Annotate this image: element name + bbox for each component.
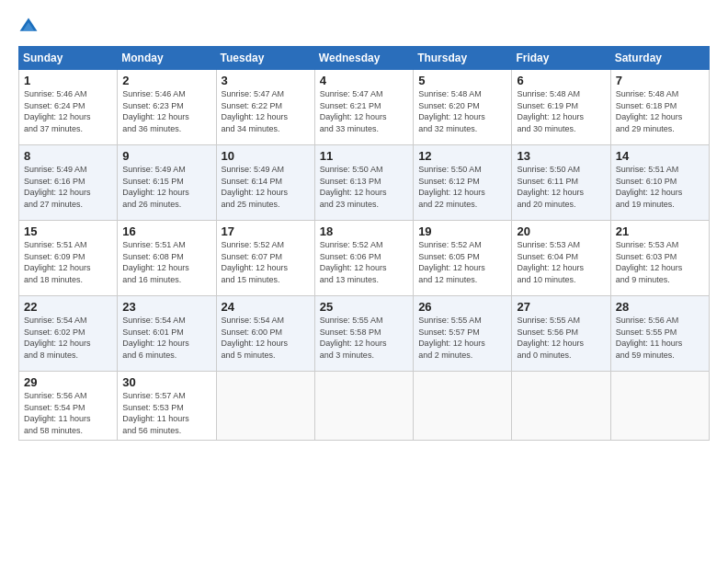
day-info: Sunrise: 5:52 AM Sunset: 6:07 PM Dayligh… (222, 239, 311, 285)
calendar-cell: 11Sunrise: 5:50 AM Sunset: 6:13 PM Dayli… (314, 145, 413, 221)
calendar-cell: 25Sunrise: 5:55 AM Sunset: 5:58 PM Dayli… (314, 296, 413, 372)
calendar-cell: 20Sunrise: 5:53 AM Sunset: 6:04 PM Dayli… (512, 221, 610, 296)
day-number: 9 (122, 149, 211, 163)
calendar-cell: 12Sunrise: 5:50 AM Sunset: 6:12 PM Dayli… (414, 145, 512, 221)
calendar-cell: 29Sunrise: 5:56 AM Sunset: 5:54 PM Dayli… (19, 372, 118, 441)
day-number: 22 (24, 300, 113, 314)
day-info: Sunrise: 5:54 AM Sunset: 6:00 PM Dayligh… (222, 315, 311, 361)
day-number: 7 (616, 74, 705, 87)
calendar-cell: 22Sunrise: 5:54 AM Sunset: 6:02 PM Dayli… (19, 296, 118, 372)
week-row-5: 29Sunrise: 5:56 AM Sunset: 5:54 PM Dayli… (19, 372, 710, 441)
day-number: 18 (320, 224, 409, 238)
week-row-2: 8Sunrise: 5:49 AM Sunset: 6:16 PM Daylig… (19, 145, 710, 221)
day-info: Sunrise: 5:50 AM Sunset: 6:12 PM Dayligh… (418, 164, 507, 210)
day-number: 4 (320, 74, 409, 87)
calendar-cell: 19Sunrise: 5:52 AM Sunset: 6:05 PM Dayli… (414, 221, 512, 296)
day-number: 21 (616, 224, 705, 238)
day-info: Sunrise: 5:47 AM Sunset: 6:21 PM Dayligh… (320, 88, 409, 134)
day-info: Sunrise: 5:52 AM Sunset: 6:06 PM Dayligh… (320, 239, 409, 285)
day-info: Sunrise: 5:52 AM Sunset: 6:05 PM Dayligh… (418, 239, 507, 285)
header-row (18, 17, 710, 37)
day-info: Sunrise: 5:55 AM Sunset: 5:58 PM Dayligh… (320, 315, 409, 361)
weekday-header-friday: Friday (512, 47, 610, 70)
calendar-cell: 4Sunrise: 5:47 AM Sunset: 6:21 PM Daylig… (314, 70, 413, 145)
weekday-header-row: SundayMondayTuesdayWednesdayThursdayFrid… (19, 47, 710, 70)
day-number: 28 (616, 300, 705, 314)
calendar-cell (414, 372, 512, 441)
calendar-cell: 30Sunrise: 5:57 AM Sunset: 5:53 PM Dayli… (118, 372, 216, 441)
day-number: 17 (222, 224, 311, 238)
day-info: Sunrise: 5:55 AM Sunset: 5:57 PM Dayligh… (418, 315, 507, 361)
calendar-cell: 2Sunrise: 5:46 AM Sunset: 6:23 PM Daylig… (118, 70, 216, 145)
calendar-cell: 8Sunrise: 5:49 AM Sunset: 6:16 PM Daylig… (19, 145, 118, 221)
day-number: 26 (418, 300, 507, 314)
day-info: Sunrise: 5:57 AM Sunset: 5:53 PM Dayligh… (122, 390, 211, 436)
day-info: Sunrise: 5:50 AM Sunset: 6:11 PM Dayligh… (517, 164, 606, 210)
day-number: 19 (418, 224, 507, 238)
day-info: Sunrise: 5:46 AM Sunset: 6:24 PM Dayligh… (24, 88, 113, 134)
day-info: Sunrise: 5:53 AM Sunset: 6:03 PM Dayligh… (616, 239, 705, 285)
calendar-cell: 21Sunrise: 5:53 AM Sunset: 6:03 PM Dayli… (610, 221, 709, 296)
calendar-cell: 7Sunrise: 5:48 AM Sunset: 6:18 PM Daylig… (610, 70, 709, 145)
day-number: 10 (222, 149, 311, 163)
calendar-cell: 10Sunrise: 5:49 AM Sunset: 6:14 PM Dayli… (216, 145, 314, 221)
logo (18, 17, 42, 37)
calendar-cell (314, 372, 413, 441)
calendar-body: 1Sunrise: 5:46 AM Sunset: 6:24 PM Daylig… (19, 70, 710, 441)
calendar-cell: 5Sunrise: 5:48 AM Sunset: 6:20 PM Daylig… (414, 70, 512, 145)
calendar-cell: 17Sunrise: 5:52 AM Sunset: 6:07 PM Dayli… (216, 221, 314, 296)
calendar-cell: 23Sunrise: 5:54 AM Sunset: 6:01 PM Dayli… (118, 296, 216, 372)
calendar-cell: 27Sunrise: 5:55 AM Sunset: 5:56 PM Dayli… (512, 296, 610, 372)
day-info: Sunrise: 5:51 AM Sunset: 6:09 PM Dayligh… (24, 239, 113, 285)
weekday-header-sunday: Sunday (19, 47, 118, 70)
weekday-header-thursday: Thursday (414, 47, 512, 70)
day-info: Sunrise: 5:48 AM Sunset: 6:19 PM Dayligh… (517, 88, 606, 134)
calendar-table: SundayMondayTuesdayWednesdayThursdayFrid… (18, 46, 710, 441)
day-info: Sunrise: 5:56 AM Sunset: 5:54 PM Dayligh… (24, 390, 113, 436)
day-number: 27 (517, 300, 606, 314)
calendar-cell: 15Sunrise: 5:51 AM Sunset: 6:09 PM Dayli… (19, 221, 118, 296)
calendar-cell: 26Sunrise: 5:55 AM Sunset: 5:57 PM Dayli… (414, 296, 512, 372)
day-number: 25 (320, 300, 409, 314)
calendar-cell: 3Sunrise: 5:47 AM Sunset: 6:22 PM Daylig… (216, 70, 314, 145)
week-row-1: 1Sunrise: 5:46 AM Sunset: 6:24 PM Daylig… (19, 70, 710, 145)
calendar-cell: 24Sunrise: 5:54 AM Sunset: 6:00 PM Dayli… (216, 296, 314, 372)
day-info: Sunrise: 5:47 AM Sunset: 6:22 PM Dayligh… (222, 88, 311, 134)
weekday-header-saturday: Saturday (610, 47, 709, 70)
day-info: Sunrise: 5:56 AM Sunset: 5:55 PM Dayligh… (616, 315, 705, 361)
page: SundayMondayTuesdayWednesdayThursdayFrid… (0, 0, 728, 450)
day-info: Sunrise: 5:51 AM Sunset: 6:10 PM Dayligh… (616, 164, 705, 210)
day-number: 24 (222, 300, 311, 314)
day-number: 5 (418, 74, 507, 87)
day-number: 2 (122, 74, 211, 87)
day-number: 29 (24, 375, 113, 389)
day-info: Sunrise: 5:46 AM Sunset: 6:23 PM Dayligh… (122, 88, 211, 134)
day-number: 11 (320, 149, 409, 163)
day-info: Sunrise: 5:49 AM Sunset: 6:14 PM Dayligh… (222, 164, 311, 210)
day-number: 12 (418, 149, 507, 163)
week-row-4: 22Sunrise: 5:54 AM Sunset: 6:02 PM Dayli… (19, 296, 710, 372)
day-info: Sunrise: 5:51 AM Sunset: 6:08 PM Dayligh… (122, 239, 211, 285)
day-info: Sunrise: 5:54 AM Sunset: 6:01 PM Dayligh… (122, 315, 211, 361)
calendar-cell (610, 372, 709, 441)
day-number: 13 (517, 149, 606, 163)
day-number: 15 (24, 224, 113, 238)
day-number: 3 (222, 74, 311, 87)
calendar-cell (512, 372, 610, 441)
weekday-header-wednesday: Wednesday (314, 47, 413, 70)
logo-icon (18, 17, 39, 37)
calendar-cell: 14Sunrise: 5:51 AM Sunset: 6:10 PM Dayli… (610, 145, 709, 221)
calendar-cell: 18Sunrise: 5:52 AM Sunset: 6:06 PM Dayli… (314, 221, 413, 296)
day-number: 6 (517, 74, 606, 87)
day-number: 16 (122, 224, 211, 238)
day-number: 23 (122, 300, 211, 314)
day-number: 30 (122, 375, 211, 389)
day-info: Sunrise: 5:49 AM Sunset: 6:15 PM Dayligh… (122, 164, 211, 210)
day-number: 20 (517, 224, 606, 238)
day-info: Sunrise: 5:49 AM Sunset: 6:16 PM Dayligh… (24, 164, 113, 210)
day-info: Sunrise: 5:48 AM Sunset: 6:18 PM Dayligh… (616, 88, 705, 134)
day-info: Sunrise: 5:48 AM Sunset: 6:20 PM Dayligh… (418, 88, 507, 134)
calendar-cell: 9Sunrise: 5:49 AM Sunset: 6:15 PM Daylig… (118, 145, 216, 221)
calendar-cell: 6Sunrise: 5:48 AM Sunset: 6:19 PM Daylig… (512, 70, 610, 145)
calendar-cell: 16Sunrise: 5:51 AM Sunset: 6:08 PM Dayli… (118, 221, 216, 296)
